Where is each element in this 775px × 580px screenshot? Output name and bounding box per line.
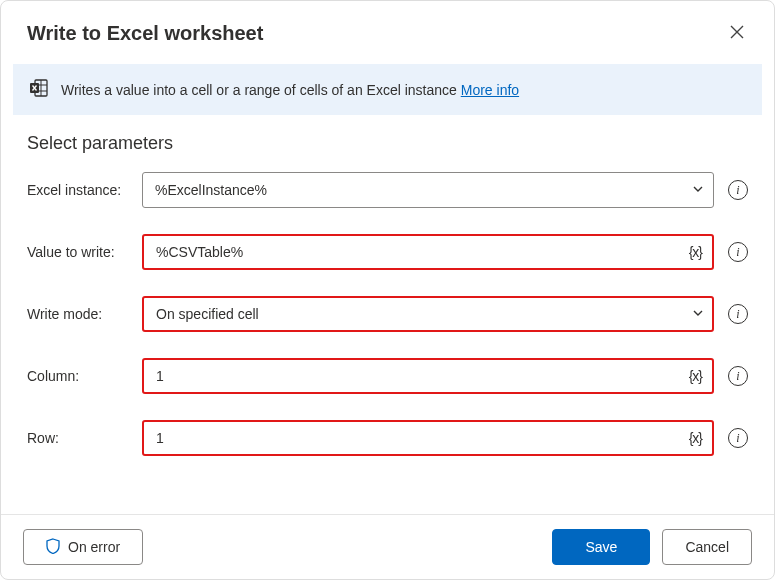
info-icon[interactable]: i xyxy=(728,428,748,448)
dialog-footer: On error Save Cancel xyxy=(1,514,774,579)
row-write-mode: Write mode: On specified cell i xyxy=(27,296,748,332)
label-value-to-write: Value to write: xyxy=(27,244,142,260)
value-column: 1 xyxy=(142,358,714,394)
label-excel-instance: Excel instance: xyxy=(27,182,142,198)
excel-icon xyxy=(29,78,49,101)
cancel-button[interactable]: Cancel xyxy=(662,529,752,565)
value-excel-instance: %ExcelInstance% xyxy=(142,172,714,208)
field-write-mode[interactable]: On specified cell xyxy=(142,296,714,332)
variable-picker-icon[interactable]: {x} xyxy=(689,368,702,384)
field-row[interactable]: 1 {x} xyxy=(142,420,714,456)
value-write-mode: On specified cell xyxy=(142,296,714,332)
label-column: Column: xyxy=(27,368,142,384)
parameters-section: Select parameters Excel instance: %Excel… xyxy=(1,115,774,482)
row-excel-instance: Excel instance: %ExcelInstance% i xyxy=(27,172,748,208)
section-heading: Select parameters xyxy=(27,133,748,154)
field-column[interactable]: 1 {x} xyxy=(142,358,714,394)
info-icon[interactable]: i xyxy=(728,242,748,262)
info-icon[interactable]: i xyxy=(728,180,748,200)
on-error-label: On error xyxy=(68,539,120,555)
info-icon[interactable]: i xyxy=(728,366,748,386)
shield-icon xyxy=(46,538,60,557)
field-value-to-write[interactable]: %CSVTable% {x} xyxy=(142,234,714,270)
value-row: 1 xyxy=(142,420,714,456)
info-text-content: Writes a value into a cell or a range of… xyxy=(61,82,461,98)
dialog-title: Write to Excel worksheet xyxy=(27,22,263,45)
info-icon[interactable]: i xyxy=(728,304,748,324)
row-row: Row: 1 {x} i xyxy=(27,420,748,456)
info-banner: Writes a value into a cell or a range of… xyxy=(13,64,762,115)
variable-picker-icon[interactable]: {x} xyxy=(689,430,702,446)
variable-picker-icon[interactable]: {x} xyxy=(689,244,702,260)
chevron-down-icon[interactable] xyxy=(692,306,704,322)
field-excel-instance[interactable]: %ExcelInstance% xyxy=(142,172,714,208)
on-error-button[interactable]: On error xyxy=(23,529,143,565)
dialog-header: Write to Excel worksheet xyxy=(1,1,774,58)
row-value-to-write: Value to write: %CSVTable% {x} i xyxy=(27,234,748,270)
row-column: Column: 1 {x} i xyxy=(27,358,748,394)
dialog-write-to-excel: Write to Excel worksheet Writes a value … xyxy=(0,0,775,580)
label-write-mode: Write mode: xyxy=(27,306,142,322)
value-value-to-write: %CSVTable% xyxy=(142,234,714,270)
save-button[interactable]: Save xyxy=(552,529,650,565)
more-info-link[interactable]: More info xyxy=(461,82,519,98)
close-icon[interactable] xyxy=(726,19,748,48)
label-row: Row: xyxy=(27,430,142,446)
chevron-down-icon[interactable] xyxy=(692,182,704,198)
info-text: Writes a value into a cell or a range of… xyxy=(61,82,519,98)
